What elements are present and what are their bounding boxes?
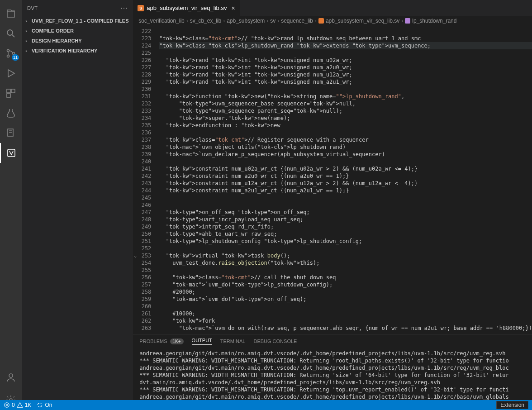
accounts-icon[interactable] (0, 367, 22, 387)
gutter: 2222232242252262272282292302312322332342… (133, 26, 159, 334)
sidebar-section[interactable]: ›UVM_REF_FLOW_1.1 - COMPILED FILES (22, 16, 133, 26)
panel-tabs: PROBLEMS 1K+ OUTPUT TERMINAL DEBUG CONSO… (133, 334, 532, 348)
sidebar-title: DVT (27, 5, 120, 11)
breadcrumb-item[interactable]: apb_subsystem (227, 18, 265, 24)
dvt-icon[interactable] (0, 143, 22, 163)
references-icon[interactable] (0, 123, 22, 143)
status-errors[interactable]: 0 1K (4, 402, 31, 408)
main-area: S apb_subsystem_vir_seq_lib.sv × soc_ver… (133, 0, 532, 410)
sidebar-section[interactable]: ›DESIGN HIERARCHY (22, 36, 133, 46)
breadcrumb-item[interactable]: sv (270, 18, 276, 24)
breadcrumb-item[interactable]: apb_subsystem_vir_seq_lib.sv (326, 18, 399, 24)
more-actions-icon[interactable]: ⋯ (120, 4, 128, 12)
bottom-panel: PROBLEMS 1K+ OUTPUT TERMINAL DEBUG CONSO… (133, 334, 532, 410)
breadcrumbs[interactable]: soc_verification_lib› sv_cb_ex_lib› apb_… (133, 16, 532, 26)
svg-point-3 (7, 55, 10, 57)
extensions-icon[interactable] (0, 83, 22, 103)
editor[interactable]: 2222232242252262272282292302312322332342… (133, 26, 532, 334)
close-icon[interactable]: × (231, 5, 235, 12)
tab-problems[interactable]: PROBLEMS 1K+ (139, 338, 183, 344)
breadcrumb-item[interactable]: sequence_lib (281, 18, 313, 24)
breadcrumb-item[interactable]: sv_cb_ex_lib (190, 18, 221, 24)
search-icon[interactable] (0, 24, 22, 43)
svg-rect-5 (7, 89, 10, 93)
explorer-icon[interactable] (0, 4, 22, 24)
tab-filename: apb_subsystem_vir_seq_lib.sv (147, 5, 227, 11)
sidebar-section[interactable]: ›COMPILE ORDER (22, 26, 133, 36)
run-debug-icon[interactable] (0, 63, 22, 83)
sv-file-icon: S (138, 5, 144, 11)
svg-rect-7 (7, 94, 10, 97)
tab-terminal[interactable]: TERMINAL (220, 338, 246, 344)
scm-badge: 11 (12, 54, 19, 61)
source-control-icon[interactable]: 11 (0, 43, 22, 63)
sidebar-section[interactable]: ›VERIFICATION HIERARCHY (22, 46, 133, 56)
testing-icon[interactable] (0, 103, 22, 123)
status-extension[interactable]: Extension (496, 401, 528, 409)
svg-point-2 (7, 50, 10, 52)
svg-line-1 (12, 35, 14, 37)
status-bar: 0 1K On Extension (0, 400, 532, 410)
activity-bar: 11 1 (0, 0, 22, 410)
tab-debug-console[interactable]: DEBUG CONSOLE (253, 338, 297, 344)
code-area[interactable]: "tok-kw">class="tok-cmt">// "tok-kw">ran… (159, 26, 532, 334)
svg-point-0 (7, 30, 13, 35)
breadcrumb-item[interactable]: soc_verification_lib (138, 18, 184, 24)
sidebar: DVT ⋯ ›UVM_REF_FLOW_1.1 - COMPILED FILES… (22, 0, 133, 410)
svg-rect-6 (11, 89, 15, 93)
tab-bar: S apb_subsystem_vir_seq_lib.sv × (133, 0, 532, 16)
status-sync[interactable]: On (37, 402, 52, 408)
problems-badge: 1K+ (170, 338, 184, 344)
svg-point-12 (9, 374, 13, 377)
sidebar-header: DVT ⋯ (22, 0, 133, 16)
editor-tab[interactable]: S apb_subsystem_vir_seq_lib.sv × (133, 0, 240, 16)
tab-output[interactable]: OUTPUT (192, 338, 212, 345)
breadcrumb-item[interactable]: lp_shutdown_rand (412, 18, 456, 24)
